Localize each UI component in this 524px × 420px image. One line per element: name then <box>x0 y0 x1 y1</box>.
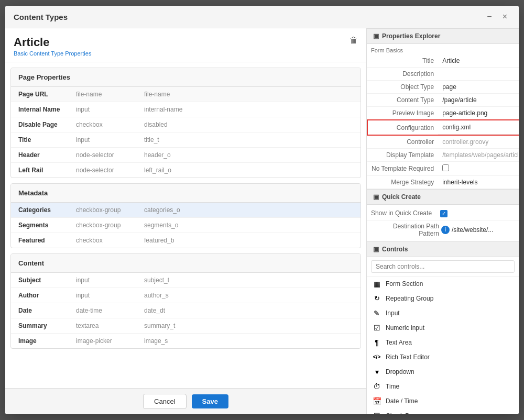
content-types-modal: Content Types − × Article Basic Content … <box>5 6 519 414</box>
field-name: Author <box>18 292 76 299</box>
field-name: Disable Page <box>18 121 76 128</box>
prop-label: Content Type <box>367 94 438 107</box>
field-type: node-selector <box>76 167 144 174</box>
field-id: file-name <box>144 91 353 98</box>
field-type: input <box>76 292 144 299</box>
field-type: date-time <box>76 307 144 314</box>
control-dropdown[interactable]: ▾ Dropdown <box>367 364 519 379</box>
prop-value: page <box>438 81 519 94</box>
prop-value: page-article.png <box>438 107 519 120</box>
control-numeric-input[interactable]: ☑ Numeric input <box>367 320 519 335</box>
field-name: Summary <box>18 322 76 329</box>
field-type: checkbox <box>76 121 144 128</box>
properties-explorer-title: Properties Explorer <box>382 32 440 40</box>
numeric-input-icon: ☑ <box>372 323 381 333</box>
properties-table: Title Article Description Object Type pa… <box>367 54 519 189</box>
cancel-button[interactable]: Cancel <box>143 394 186 409</box>
field-id: summary_t <box>144 322 353 329</box>
field-id: segments_o <box>144 222 353 229</box>
table-row: Left Rail node-selector left_rail_o <box>11 163 361 178</box>
prop-label: Merge Strategy <box>367 176 438 189</box>
control-label: Repeating Group <box>386 295 433 302</box>
control-time[interactable]: ⏱ Time <box>367 379 519 394</box>
prop-row-object-type: Object Type page <box>367 81 519 94</box>
control-form-section[interactable]: ▦ Form Section <box>367 277 519 291</box>
field-type: checkbox-group <box>76 206 144 214</box>
prop-row-configuration: Configuration config.xml ✎ <box>367 120 519 135</box>
left-panel: Article Basic Content Type Properties 🗑 … <box>5 28 367 414</box>
control-rich-text-editor[interactable]: </> Rich Text Editor <box>367 350 519 364</box>
field-type: node-selector <box>76 151 144 159</box>
modal-header: Content Types − × <box>5 6 519 28</box>
control-check-box[interactable]: ☑ Check Box <box>367 408 519 415</box>
prop-value: Article <box>438 54 519 68</box>
field-type: checkbox-group <box>76 222 144 229</box>
properties-explorer-header: ▣ Properties Explorer <box>367 28 519 44</box>
minimize-button[interactable]: − <box>484 11 495 23</box>
prop-row-controller: Controller controller.groovy <box>367 135 519 149</box>
prop-label: No Template Required <box>367 162 438 176</box>
config-value: config.xml <box>442 124 471 131</box>
field-type: input <box>76 106 144 113</box>
control-label: Numeric input <box>386 324 424 331</box>
save-button[interactable]: Save <box>192 394 228 408</box>
field-id: header_o <box>144 151 353 159</box>
prop-label: Title <box>367 54 438 68</box>
prop-value <box>438 68 519 81</box>
control-label: Time <box>386 383 399 390</box>
prop-value: controller.groovy <box>438 135 519 149</box>
control-label: Date / Time <box>386 397 418 405</box>
field-type: image-picker <box>76 337 144 345</box>
article-title: Article <box>14 36 91 49</box>
controls-title: Controls <box>382 246 408 253</box>
field-name: Categories <box>18 206 76 214</box>
prop-value: inherit-levels <box>438 176 519 189</box>
prop-row-no-template: No Template Required <box>367 162 519 176</box>
time-icon: ⏱ <box>372 382 381 391</box>
prop-row-content-type: Content Type /page/article <box>367 94 519 107</box>
prop-label: Display Template <box>367 149 438 162</box>
table-row: Author input author_s <box>11 288 361 303</box>
table-row: Categories checkbox-group categories_o <box>11 203 361 218</box>
modal-controls: − × <box>484 11 510 23</box>
prop-value: /page/article <box>438 94 519 107</box>
no-template-checkbox[interactable] <box>442 164 449 171</box>
prop-value <box>438 162 519 176</box>
show-quick-create-label: Show in Quick Create <box>367 207 436 220</box>
left-content: Page Properties Page URL file-name file-… <box>5 62 366 388</box>
control-label: Check Box <box>386 412 416 415</box>
field-type: input <box>76 136 144 143</box>
prop-value: config.xml ✎ <box>438 120 519 135</box>
table-row: Page URL file-name file-name <box>11 87 361 102</box>
table-row: Internal Name input internal-name <box>11 102 361 117</box>
date-time-icon: 📅 <box>372 396 381 406</box>
article-subtitle[interactable]: Basic Content Type Properties <box>14 50 91 57</box>
delete-icon[interactable]: 🗑 <box>350 36 358 45</box>
table-row: Disable Page checkbox disabled <box>11 117 361 132</box>
controls-search <box>367 257 519 277</box>
control-date-time[interactable]: 📅 Date / Time <box>367 394 519 408</box>
search-input[interactable] <box>371 260 515 273</box>
control-text-area[interactable]: ¶ Text Area <box>367 335 519 350</box>
content-section: Content Subject input subject_t Author i… <box>10 253 361 349</box>
info-button[interactable]: i <box>441 226 450 234</box>
table-row: Featured checkbox featured_b <box>11 233 361 248</box>
control-repeating-group[interactable]: ↻ Repeating Group <box>367 291 519 306</box>
quick-create-icon: ▣ <box>373 193 379 201</box>
field-id: disabled <box>144 121 353 128</box>
control-input[interactable]: ✎ Input <box>367 306 519 320</box>
prop-row-merge-strategy: Merge Strategy inherit-levels <box>367 176 519 189</box>
field-type: checkbox <box>76 237 144 244</box>
close-button[interactable]: × <box>499 11 510 23</box>
field-name: Image <box>18 337 76 345</box>
quick-create-row: Show in Quick Create <box>367 207 519 220</box>
controls-icon: ▣ <box>373 246 379 253</box>
control-label: Text Area <box>386 339 412 346</box>
controls-header: ▣ Controls <box>367 241 519 257</box>
table-row: Image image-picker image_s <box>11 334 361 348</box>
field-name: Header <box>18 151 76 159</box>
article-header: Article Basic Content Type Properties 🗑 <box>5 28 366 62</box>
rich-text-editor-icon: </> <box>372 352 381 362</box>
field-id: internal-name <box>144 106 353 113</box>
quick-create-checkbox[interactable] <box>440 210 447 217</box>
